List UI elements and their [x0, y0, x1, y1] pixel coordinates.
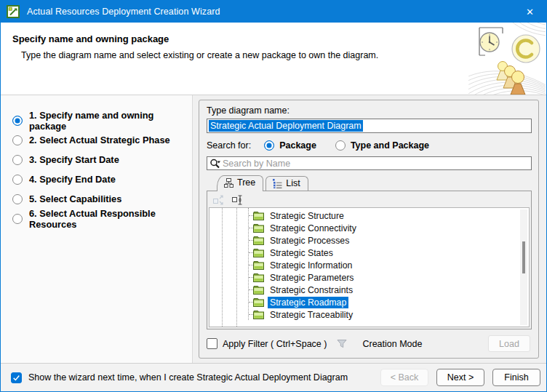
- collapse-selected-button[interactable]: [212, 194, 224, 206]
- load-button[interactable]: Load: [488, 335, 530, 352]
- tree-item[interactable]: Strategic Information: [209, 259, 529, 271]
- radio-option-label: Package: [279, 140, 316, 151]
- step-label: 6. Select Actual Responsible Resources: [29, 208, 192, 230]
- folder-icon: [253, 236, 264, 245]
- tree-item-selected[interactable]: Strategic Roadmap: [209, 296, 529, 308]
- check-icon: [12, 374, 20, 382]
- folder-icon: [253, 297, 264, 307]
- tab-list[interactable]: List: [265, 176, 308, 191]
- search-input[interactable]: Search by Name: [207, 156, 532, 170]
- c-badge-icon: [512, 35, 540, 63]
- collapse-selected-icon: [212, 194, 224, 206]
- list-icon: [273, 179, 282, 188]
- folder-icon: [253, 260, 264, 270]
- wizard-header: Specify name and owning package Type the…: [1, 23, 546, 95]
- tree-tab-panel: Strategic Structure Strategic Connectivi…: [207, 191, 532, 329]
- step-item-6[interactable]: 6. Select Actual Responsible Resources: [12, 209, 192, 228]
- creation-mode-label: Creation Mode: [362, 339, 422, 349]
- tab-label: List: [286, 178, 300, 188]
- wizard-footer: Show the wizard next time, when I create…: [1, 363, 546, 391]
- tree-item-label: Strategic Information: [268, 260, 354, 271]
- tab-tree[interactable]: Tree: [217, 175, 263, 191]
- folder-icon: [253, 273, 264, 282]
- radio-icon: [12, 194, 23, 204]
- tree-toolbar: [209, 192, 530, 207]
- diagram-icon: [7, 5, 20, 18]
- radio-option-label: Type and Package: [351, 140, 429, 151]
- tree-item[interactable]: Strategic Parameters: [209, 271, 529, 284]
- diagram-name-label: Type diagram name:: [207, 105, 532, 116]
- groupbox-footer-row: Apply Filter ( Ctrl+Space ) Creation Mod…: [207, 335, 532, 352]
- scrollbar-thumb[interactable]: [522, 241, 525, 273]
- show-wizard-checkbox[interactable]: [11, 372, 22, 383]
- step-label: 3. Specify Start Date: [29, 154, 119, 165]
- collapse-all-icon: [231, 194, 243, 206]
- folder-icon: [253, 211, 264, 220]
- page-subtitle: Type the diagram name and select existin…: [1, 44, 546, 60]
- search-placeholder: Search by Name: [223, 159, 290, 169]
- radio-selected-icon: [12, 116, 23, 126]
- step-label: 1. Specify name and owning package: [29, 110, 192, 132]
- wizard-decoration-graphic: [468, 23, 546, 95]
- tree-item[interactable]: Strategic Structure: [209, 209, 529, 222]
- tree-item[interactable]: Strategic Processes: [209, 234, 529, 247]
- tree-item-label: Strategic Roadmap: [268, 297, 348, 308]
- owning-package-groupbox: Type diagram name: Strategic Actual Depl…: [199, 100, 539, 359]
- tree-item-label: Strategic Structure: [268, 210, 346, 222]
- step-label: 4. Specify End Date: [29, 174, 116, 185]
- close-button[interactable]: ✕: [514, 1, 546, 23]
- collapse-all-button[interactable]: [231, 194, 243, 206]
- finish-button[interactable]: Finish: [492, 369, 540, 386]
- tree-item-label: Strategic Parameters: [268, 272, 356, 284]
- funnel-icon: [337, 339, 347, 348]
- filter-icon-wrap: [337, 339, 347, 348]
- page-title: Specify name and owning package: [1, 23, 546, 44]
- tree-item[interactable]: Strategic States: [209, 247, 529, 259]
- tree-scrollbar[interactable]: [520, 209, 527, 325]
- step-item-3[interactable]: 3. Specify Start Date: [12, 150, 192, 169]
- close-icon: ✕: [526, 7, 534, 17]
- step-item-2[interactable]: 2. Select Actual Strategic Phase: [12, 130, 192, 150]
- radio-icon: [12, 135, 23, 145]
- show-wizard-label: Show the wizard next time, when I create…: [28, 372, 348, 383]
- package-tree[interactable]: Strategic Structure Strategic Connectivi…: [209, 207, 530, 327]
- folder-icon: [253, 248, 264, 257]
- step-item-5[interactable]: 5. Select Capabilities: [12, 189, 192, 209]
- step-label: 5. Select Capabilities: [29, 193, 121, 204]
- back-button[interactable]: < Back: [380, 369, 428, 386]
- titlebar: Actual Resources Deployment Creation Wiz…: [1, 1, 546, 23]
- tree-item[interactable]: Strategic Connectivity: [209, 222, 529, 234]
- radio-icon: [12, 155, 23, 165]
- radio-icon: [12, 214, 23, 224]
- folder-icon: [253, 310, 264, 319]
- radio-selected-icon: [264, 140, 274, 151]
- step-item-1[interactable]: 1. Specify name and owning package: [12, 111, 192, 130]
- tree-item-label: Strategic Traceability: [268, 309, 355, 321]
- tab-label: Tree: [237, 177, 255, 188]
- tab-bar: Tree List: [217, 175, 532, 191]
- step-label: 2. Select Actual Strategic Phase: [29, 135, 170, 145]
- radio-option-package[interactable]: Package: [264, 140, 316, 151]
- search-for-row: Search for: Package Type and Package: [207, 140, 532, 151]
- apply-filter-checkbox[interactable]: [207, 338, 217, 349]
- radio-option-type-and-package[interactable]: Type and Package: [335, 140, 429, 151]
- magnifier-icon: [209, 158, 222, 169]
- window-title: Actual Resources Deployment Creation Wiz…: [27, 7, 220, 17]
- footer-buttons: < Back Next > Finish: [380, 369, 540, 386]
- right-pane: Type diagram name: Strategic Actual Depl…: [193, 95, 546, 363]
- diagram-name-input[interactable]: Strategic Actual Deployment Diagram: [207, 119, 532, 133]
- tree-item-label: Strategic Connectivity: [268, 223, 359, 234]
- apply-filter-label: Apply Filter ( Ctrl+Space ): [223, 339, 327, 349]
- diagram-name-value: Strategic Actual Deployment Diagram: [209, 120, 363, 132]
- wizard-dialog: Actual Resources Deployment Creation Wiz…: [0, 0, 547, 392]
- tree-item-label: Strategic States: [268, 247, 335, 259]
- step-item-4[interactable]: 4. Specify End Date: [12, 169, 192, 189]
- tree-item[interactable]: Strategic Traceability: [209, 308, 529, 321]
- radio-icon: [12, 175, 23, 185]
- tree-structure-icon: [224, 178, 233, 188]
- tree-item-label: Strategic Processes: [268, 235, 351, 247]
- tree-item[interactable]: Strategic Constraints: [209, 284, 529, 296]
- next-button[interactable]: Next >: [436, 369, 484, 386]
- radio-icon: [335, 140, 346, 151]
- folder-icon: [253, 223, 264, 233]
